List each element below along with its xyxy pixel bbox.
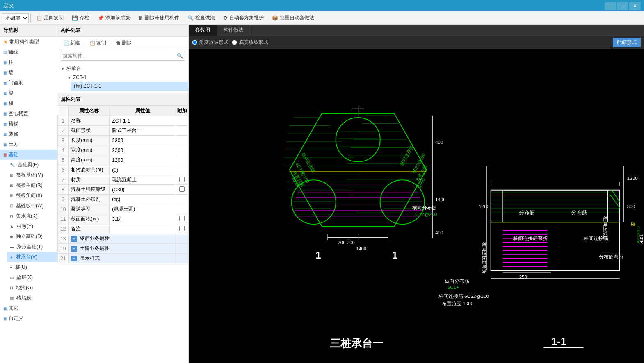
radio-angle-label[interactable]: 角度放坡形式 [192, 39, 228, 46]
copy-comp-button[interactable]: 📋 复制 [87, 39, 109, 47]
svg-text:1200: 1200 [479, 204, 490, 209]
middle-panel: 构件列表 📄 新建 · 📋 复制 · 🗑 删除 🔍 [57, 25, 189, 363]
prop-value-7[interactable]: 现浇混凝土 [110, 175, 176, 185]
sidebar-item-stairs[interactable]: ▦ 楼梯 [0, 119, 57, 129]
prop-name-8: 混凝土强度等级 [69, 185, 110, 195]
sidebar-item-decoration[interactable]: ▦ 装修 [0, 129, 57, 139]
save-button[interactable]: 💾 存档 [68, 13, 93, 23]
prop-row-additive: 9 混凝土外加剂 (无) [58, 195, 188, 204]
sidebar-item-column[interactable]: ▦ 柱 [0, 57, 57, 68]
add-prefix-button[interactable]: 📌 添加前后缀 [94, 13, 134, 23]
sidebar-item-raft[interactable]: ⊞ 筏板基础(M) [7, 170, 57, 180]
sidebar-item-foundation-slab[interactable]: ⊟ 基础板带(W) [7, 201, 57, 211]
auto-icon: ⚙ [223, 15, 228, 21]
sidebar-item-isolated[interactable]: ◆ 独立基础(D) [7, 231, 57, 242]
prop-value-12[interactable] [110, 224, 176, 234]
expand-civil-btn[interactable]: + [71, 246, 77, 252]
prop-value-3[interactable]: 2200 [110, 136, 176, 145]
sidebar-item-brick-membrane[interactable]: ▦ 砖胎膜 [7, 293, 57, 303]
expand-arrow: ▼ [61, 66, 65, 71]
close-button[interactable]: ✕ [629, 2, 641, 10]
sidebar-item-geotechnical[interactable]: ⊓ 地沟(G) [7, 283, 57, 293]
sidebar-item-foundation-beam[interactable]: 🔧 基础梁(F) [7, 160, 57, 170]
delete-icon: 🗑 [116, 40, 121, 46]
sidebar-item-wall[interactable]: ▦ 墙 [0, 68, 57, 78]
sidebar-item-cushion[interactable]: ▭ 垫层(X) [7, 272, 57, 283]
check-method-button[interactable]: 🔍 检查做法 [184, 13, 219, 23]
radio-width-slope[interactable] [232, 40, 237, 45]
tree-item-zct1[interactable]: ▼ ZCT-1 [64, 73, 188, 82]
radio-width-label[interactable]: 底宽放坡形式 [232, 39, 268, 46]
tree-item-pile-cap-group[interactable]: ▼ 桩承台 [57, 64, 188, 73]
door-icon: ▦ [3, 81, 7, 85]
prop-row-rebar-attrs[interactable]: 13 + 钢筋业务属性 [58, 234, 188, 244]
prop-value-5[interactable]: 1200 [110, 155, 176, 165]
prop-name-11: 截面面积(㎡) [69, 214, 110, 224]
new-comp-button[interactable]: 📄 新建 [61, 39, 82, 47]
svg-text:1: 1 [392, 250, 397, 261]
layer-select[interactable]: 基础层 [2, 13, 29, 23]
sidebar-item-earthwork[interactable]: ▦ 土方 [0, 139, 57, 150]
minimize-button[interactable]: ─ [605, 2, 616, 10]
prop-row-height: 5 高度(mm) 1200 [58, 155, 188, 165]
prop-name-3: 长度(mm) [69, 136, 110, 145]
prop-value-4[interactable]: 2200 [110, 145, 176, 155]
prop-check-7[interactable] [179, 177, 185, 182]
sidebar-item-pile-cap[interactable]: ◈ 桩承台(V) [7, 252, 57, 262]
svg-text:1: 1 [315, 250, 321, 261]
col-name: 属性名称 [69, 106, 110, 116]
tab-method[interactable]: 构件做法 [217, 25, 250, 36]
prop-check-12[interactable] [179, 226, 185, 231]
config-rebar-button[interactable]: 配筋形式 [613, 38, 641, 47]
cad-tabs: 参数图 构件做法 [189, 25, 644, 36]
prop-name-7: 材质 [69, 175, 110, 185]
prop-input-name[interactable] [112, 118, 173, 124]
prop-check-11[interactable] [179, 216, 185, 221]
tab-params[interactable]: 参数图 [189, 25, 217, 36]
comp-search-box: 🔍 [61, 51, 185, 61]
prop-check-8[interactable] [179, 186, 185, 192]
cad-drawing: 400 1400 400 200 200 1400 [189, 49, 644, 363]
expand-rebar-btn[interactable]: + [71, 236, 77, 242]
sidebar-item-strip[interactable]: ▬ 条形基础(T) [7, 242, 57, 252]
sidebar-item-axis[interactable]: ⊞ 轴线 [0, 47, 57, 57]
prop-name-9: 混凝土外加剂 [69, 195, 110, 204]
prop-row-display-style[interactable]: 21 + 显示样式 [58, 254, 188, 263]
delete-comp-button[interactable]: 🗑 删除 [114, 39, 134, 47]
prop-value-8[interactable]: (C30) [110, 185, 176, 195]
sidebar-item-custom[interactable]: ▦ 自定义 [0, 313, 57, 324]
svg-text:300: 300 [627, 204, 635, 209]
sidebar-item-raft-main[interactable]: ⊞ 筏板主筋(R) [7, 180, 57, 191]
sidebar-item-pile[interactable]: ● 桩(U) [7, 262, 57, 272]
prop-row-length: 3 长度(mm) 2200 [58, 136, 188, 145]
prop-row-shape: 2 截面形状 阶式三桩台一 [58, 126, 188, 136]
prop-name-6: 相对底标高(m) [69, 165, 110, 175]
auto-solution-button[interactable]: ⚙ 自动套方案维护 [219, 13, 267, 23]
sidebar-item-foundation[interactable]: ▦ 基础 [0, 150, 57, 160]
menu-bar: 基础层 📋 层间复制 💾 存档 📌 添加前后缀 🗑 删除未使用构件 🔍 检查做法… [0, 11, 644, 25]
svg-text:1200: 1200 [627, 175, 638, 181]
prop-row-concrete-grade: 8 混凝土强度等级 (C30) [58, 185, 188, 195]
prop-value-1[interactable] [110, 116, 176, 126]
tree-item-zct1-1[interactable]: (庶) ZCT-1-1 [71, 82, 188, 91]
restore-button[interactable]: □ [617, 2, 628, 10]
prop-row-area: 11 截面面积(㎡) 3.14 [58, 214, 188, 224]
expand-display-btn[interactable]: + [71, 256, 77, 261]
sidebar-item-beam[interactable]: ▦ 梁 [0, 88, 57, 98]
sidebar-item-door-window[interactable]: ▦ 门窗洞 [0, 78, 57, 88]
prop-row-civil-attrs[interactable]: 19 + 土建业务属性 [58, 244, 188, 254]
batch-auto-button[interactable]: 📦 批量自动套做法 [268, 13, 318, 23]
remove-unused-button[interactable]: 🗑 删除未使用构件 [135, 13, 183, 23]
sidebar-item-raft-neg[interactable]: ⊞ 筏板负筋(X) [7, 191, 57, 201]
sidebar-item-hollow-slab[interactable]: ▦ 空心楼盖 [0, 109, 57, 119]
sidebar-item-water-pit[interactable]: ⊓ 集水坑(K) [7, 211, 57, 221]
comp-search-input[interactable] [61, 51, 175, 60]
layer-copy-button[interactable]: 📋 层间复制 [32, 13, 67, 23]
prop-value-6[interactable]: (0) [110, 165, 176, 175]
sidebar-item-slab[interactable]: ▦ 板 [0, 98, 57, 109]
sidebar-item-column-cap[interactable]: ▲ 柱墩(Y) [7, 221, 57, 231]
sidebar-item-other[interactable]: ▦ 其它 [0, 303, 57, 313]
radio-angle-slope[interactable] [192, 40, 197, 45]
sidebar-item-common-types[interactable]: ★ 常用构件类型 [0, 37, 57, 47]
prop-row-material: 7 材质 现浇混凝土 [58, 175, 188, 185]
